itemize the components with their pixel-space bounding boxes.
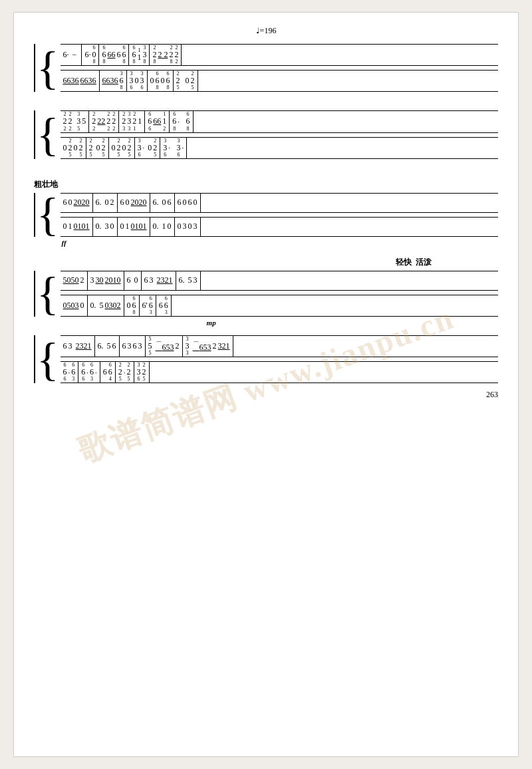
note: 0101 bbox=[131, 222, 147, 231]
m2-4: 666 66 112 bbox=[145, 111, 170, 132]
mb2-4: 336 · 0 225 bbox=[135, 138, 161, 158]
mb3-2: 0. 3 0 bbox=[93, 218, 118, 236]
page-number: 263 bbox=[34, 390, 498, 400]
note: 0 bbox=[183, 198, 187, 207]
note: 321 bbox=[218, 342, 230, 351]
note: 2 bbox=[80, 276, 84, 285]
note: 3 bbox=[90, 276, 94, 285]
mb4-1: 0503 0 bbox=[61, 295, 88, 316]
note: 2 bbox=[213, 342, 217, 351]
note: 225 bbox=[127, 363, 131, 382]
note: 5 bbox=[98, 301, 104, 310]
mb3-5: 0 3 0 3 bbox=[175, 218, 201, 236]
m5-2: 6. 5 6 bbox=[95, 336, 120, 357]
note: 0 bbox=[160, 198, 166, 207]
note: 0 bbox=[178, 222, 182, 231]
note: 663 bbox=[164, 296, 168, 315]
note: 6636 bbox=[80, 77, 96, 85]
note: 222 bbox=[174, 45, 178, 65]
measure-b1-4: 0 668 0 668 bbox=[148, 71, 174, 91]
note: 5050 bbox=[63, 276, 79, 285]
note: 1 bbox=[138, 117, 142, 126]
system-1: { 6· − 6· 6 0 8 668 bbox=[34, 44, 498, 92]
note: 3 bbox=[103, 222, 109, 231]
note: 2020 bbox=[74, 198, 90, 207]
m2-1: 222 222 335 5 bbox=[61, 111, 90, 132]
note: 668 bbox=[186, 112, 190, 131]
note: 6. bbox=[153, 198, 159, 207]
note: 2 bbox=[110, 198, 114, 207]
note: 668 bbox=[122, 45, 126, 65]
note: 0 bbox=[103, 198, 109, 207]
note: 11 bbox=[137, 48, 141, 62]
brace-3: { bbox=[35, 193, 61, 237]
note: 225 bbox=[142, 363, 146, 382]
m3-4: 6. 0 6 bbox=[150, 194, 175, 212]
note: 0 bbox=[132, 276, 138, 285]
mb5-5: 336 225 bbox=[134, 362, 150, 383]
staves-5: 6 3 2321 6. 5 6 6 3 6 3 555 bbox=[61, 335, 498, 383]
m4-2: 3 30 2010 bbox=[88, 271, 124, 290]
note: 333 bbox=[127, 112, 131, 131]
note: 0 bbox=[135, 77, 139, 85]
m5-1: 6 3 2321 bbox=[61, 336, 95, 357]
note: 2 2 bbox=[158, 51, 168, 59]
note: 66 bbox=[153, 117, 161, 126]
note: 3 bbox=[194, 222, 198, 231]
m3-1: 6 0 2020 bbox=[61, 194, 93, 212]
note: 668 bbox=[166, 71, 170, 90]
brace-2: { bbox=[35, 110, 61, 158]
note: 6 bbox=[168, 198, 172, 207]
note: 30 bbox=[96, 276, 104, 285]
note: 555 bbox=[148, 337, 152, 356]
note: 0 bbox=[168, 222, 172, 231]
note: 668 bbox=[172, 112, 176, 131]
note: 1 bbox=[126, 222, 130, 231]
note: 0 bbox=[182, 77, 190, 85]
note: 666 bbox=[63, 363, 67, 382]
note: 228 bbox=[152, 45, 156, 65]
note: 0 bbox=[110, 222, 114, 231]
note: 663 bbox=[71, 363, 75, 382]
note: 225 bbox=[79, 138, 83, 158]
note: 5 bbox=[186, 276, 192, 285]
note: 668 bbox=[132, 296, 136, 315]
mb3-3: 0 1 0101 bbox=[118, 218, 150, 236]
mb2-5: 336 · 336 · bbox=[160, 138, 187, 158]
m4-5: 6. 5 3 bbox=[176, 271, 201, 290]
staff-top-3: 6 0 2020 6. 0 2 6 0 2020 6. 0 6 bbox=[61, 193, 498, 213]
staff-bot-1: 6636 6636 6636 368 336 0 336 bbox=[61, 70, 498, 92]
note: 6· bbox=[84, 51, 90, 59]
measure-b1-3: 336 0 336 bbox=[127, 71, 148, 91]
mb4-4: 6' 663 bbox=[140, 295, 156, 316]
section-label-3: 粗壮地 bbox=[34, 180, 58, 189]
m4-3: 6 0 bbox=[124, 271, 142, 290]
staff-top-4: 5050 2 3 30 2010 6 0 6 3 2321 bbox=[61, 271, 498, 291]
note: 3 bbox=[194, 276, 198, 285]
note: 1 bbox=[68, 222, 72, 231]
m4-1: 5050 2 bbox=[61, 271, 88, 290]
note: 6636 bbox=[102, 77, 118, 85]
note: 3 bbox=[128, 342, 132, 351]
note: 6 bbox=[120, 198, 124, 207]
note: 225 bbox=[153, 138, 157, 158]
note: 0302 bbox=[105, 301, 121, 310]
note: 6 0 8 bbox=[92, 45, 96, 65]
section-label-4: 轻快 活泼 bbox=[396, 257, 432, 267]
note: 6· bbox=[63, 51, 69, 59]
staves-4: 5050 2 3 30 2010 6 0 6 3 2321 bbox=[61, 271, 498, 317]
note: 1 bbox=[160, 222, 166, 231]
note: 3 bbox=[138, 342, 142, 351]
note: 6. bbox=[179, 276, 185, 285]
note: 335 bbox=[76, 112, 80, 131]
note: 225 bbox=[89, 138, 93, 158]
note: 6 bbox=[112, 342, 116, 351]
system-4: { 5050 2 3 30 2010 6 0 6 3 bbox=[34, 271, 498, 317]
note: 333 bbox=[186, 337, 190, 356]
m3-5: 6 0 6 0 bbox=[175, 194, 201, 212]
note: 3 bbox=[150, 276, 154, 285]
mb5-3: 6 664 bbox=[100, 362, 116, 383]
note: 0 bbox=[127, 301, 131, 310]
mb4-2: 0. 5 0302 bbox=[88, 295, 124, 316]
gap-3 bbox=[34, 241, 498, 255]
